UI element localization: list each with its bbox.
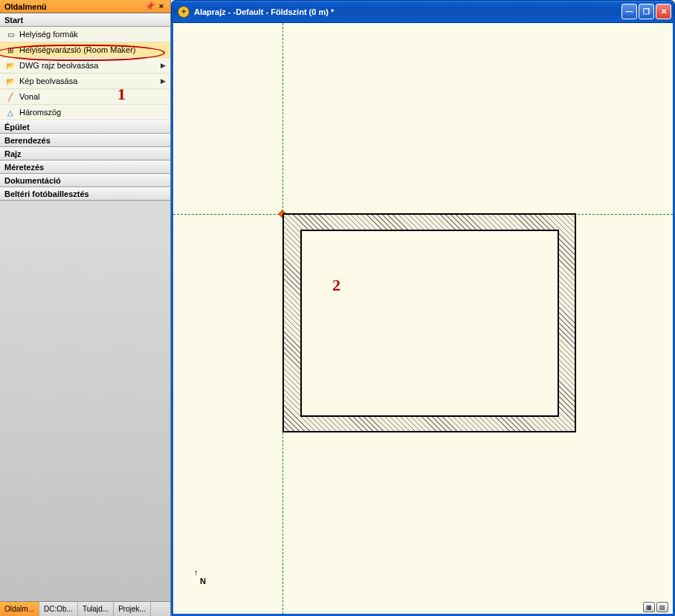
sidebar-item-label: Helyiségvarázsló (Room Maker) [19,45,136,54]
chevron-right-icon: ▶ [161,62,166,69]
document-titlebar: ✦ Alaprajz - -Default - Földszint (0 m) … [171,0,675,23]
close-icon[interactable]: × [157,1,166,11]
sidebar-item-room-shapes[interactable]: ▭ Helyiség formák [0,27,170,42]
section-header-meretezes[interactable]: Méretezés [0,161,170,174]
bottom-tab-dcob[interactable]: DC:Ob... [39,602,78,616]
room-maker-icon: ⊞ [4,44,16,56]
sidebar-panel: Oldalmenü 📌 × Start ▭ Helyiség formák ⊞ … [0,0,171,616]
sidebar-item-room-maker[interactable]: ⊞ Helyiségvarázsló (Room Maker) [0,42,170,58]
room-interior[interactable] [300,230,559,417]
triangle-icon: △ [4,106,16,118]
status-bar-icons: ▦ ▤ [643,602,668,612]
section-items-start: ▭ Helyiség formák ⊞ Helyiségvarázsló (Ro… [0,27,170,120]
view-toggle-1-icon[interactable]: ▦ [643,602,655,612]
bottom-tab-tulajd[interactable]: Tulajd... [78,602,114,616]
section-header-belteri[interactable]: Beltéri fotóbaillesztés [0,187,170,201]
sidebar-item-line[interactable]: ╱ Vonal [0,89,170,105]
bottom-tab-projek[interactable]: Projek... [114,602,151,616]
dwg-import-icon: 📂 [4,59,16,71]
close-button[interactable]: ✕ [656,4,671,19]
north-arrow: ↑ N [194,568,206,586]
pin-icon[interactable]: 📌 [145,1,154,11]
room-shapes-icon: ▭ [4,28,16,40]
main-document-area: ✦ Alaprajz - -Default - Földszint (0 m) … [171,0,675,616]
line-icon: ╱ [4,91,16,103]
north-label: N [200,577,206,586]
sidebar-content: Start ▭ Helyiség formák ⊞ Helyiségvarázs… [0,13,170,601]
sidebar-item-label: DWG rajz beolvasása [19,61,98,70]
sidebar-item-image-import[interactable]: 📂 Kép beolvasása ▶ [0,74,170,89]
image-import-icon: 📂 [4,75,16,87]
section-header-epulet[interactable]: Épület [0,120,170,134]
window-controls: — ❐ ✕ [621,4,671,19]
drawing-canvas[interactable]: 2 ↑ N ▦ ▤ [173,23,673,614]
sidebar-title-text: Oldalmenü [4,2,47,11]
sidebar-item-label: Háromszög [19,108,61,117]
maximize-button[interactable]: ❐ [639,4,654,19]
document-icon: ✦ [178,6,190,18]
document-title-text: Alaprajz - -Default - Földszint (0 m) * [194,7,334,16]
sidebar-item-label: Kép beolvasása [19,77,77,85]
minimize-button[interactable]: — [621,4,637,19]
section-header-berendezes[interactable]: Berendezés [0,134,170,147]
sidebar-title-controls: 📌 × [145,1,166,11]
section-header-start[interactable]: Start [0,13,170,27]
sidebar-title-bar: Oldalmenü 📌 × [0,0,170,13]
section-header-dokumentacio[interactable]: Dokumentáció [0,174,170,187]
bottom-tab-oldalmenu[interactable]: Oldalm... [0,602,39,616]
sidebar-item-label: Helyiség formák [19,30,78,39]
view-toggle-2-icon[interactable]: ▤ [656,602,668,612]
drawing-canvas-wrap: 2 ↑ N ▦ ▤ [171,23,675,616]
chevron-right-icon: ▶ [161,77,166,85]
north-arrow-glyph: ↑ [194,568,206,577]
sidebar-item-triangle[interactable]: △ Háromszög [0,105,170,120]
sidebar-item-dwg-import[interactable]: 📂 DWG rajz beolvasása ▶ [0,58,170,74]
sidebar-item-label: Vonal [19,92,40,101]
section-header-rajz[interactable]: Rajz [0,147,170,161]
sidebar-bottom-tabs: Oldalm... DC:Ob... Tulajd... Projek... [0,601,170,616]
